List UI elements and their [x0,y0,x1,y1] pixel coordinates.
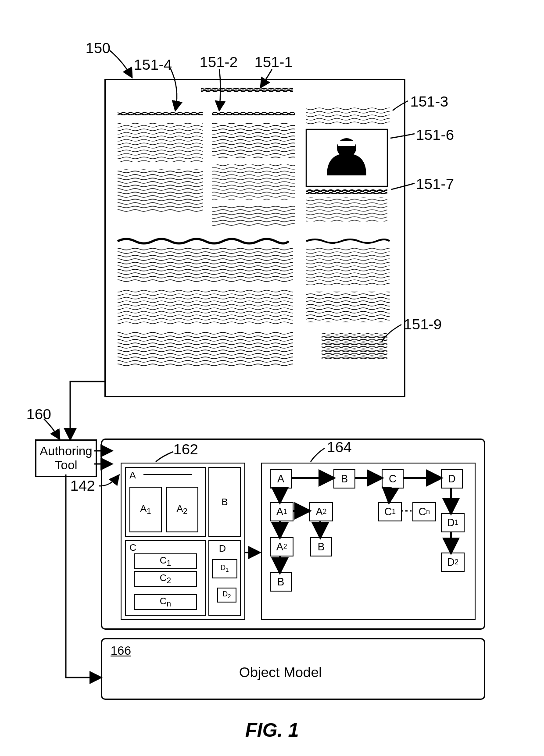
g-A: A [270,469,292,489]
g-Btop: B [333,469,355,489]
svg-rect-3 [306,107,390,125]
svg-rect-15 [118,289,293,325]
svg-rect-2 [212,112,295,115]
g-Bbot: B [270,572,292,592]
g-A1: A1 [270,502,293,521]
svg-rect-13 [306,197,387,221]
layout-D2-label: D2 [223,590,231,599]
callout-160: 160 [26,406,51,423]
callout-151-7: 151-7 [416,175,454,193]
svg-rect-12 [306,189,387,194]
callout-151-2: 151-2 [200,53,238,71]
svg-rect-18 [306,292,390,322]
layout-C1-label: C1 [160,555,171,568]
layout-Cn-label: Cn [160,596,171,609]
layout-B: B [208,467,241,537]
layout-C-label: C [129,542,136,553]
layout-C2: C2 [134,571,197,587]
svg-rect-20 [322,333,387,360]
layout-C2-label: C2 [160,572,171,585]
figure-label: FIG. 1 [0,719,544,741]
document-content-svg [104,79,403,395]
object-model-label: Object Model [239,664,322,681]
layout-A-rule [143,474,192,475]
g-Bmid: B [310,537,332,556]
g-C1: C1 [378,502,402,521]
svg-rect-17 [306,248,390,285]
g-Cn: Cn [412,502,436,521]
callout-151-1: 151-1 [254,53,293,71]
callout-151-9: 151-9 [404,316,442,333]
g-A2r: A2 [309,502,333,521]
callout-142: 142 [70,477,95,494]
svg-rect-16 [118,331,293,366]
g-D2: D2 [441,553,465,572]
svg-rect-0 [201,88,293,92]
callout-151-6: 151-6 [416,126,454,143]
svg-rect-6 [212,123,295,158]
layout-A1: A1 [129,487,162,532]
authoring-tool-box: Authoring Tool [35,439,97,477]
callout-151-3: 151-3 [410,93,448,110]
svg-rect-1 [118,112,203,115]
layout-B-label: B [222,496,228,508]
g-D: D [441,469,463,489]
g-D1: D1 [441,513,465,532]
g-A2b: A2 [270,537,293,556]
layout-C1: C1 [134,553,197,569]
layout-A1-label: A1 [140,503,151,516]
figure-canvas: 150 151-4 151-2 151-1 151-3 151-6 151-7 … [0,0,544,756]
layout-D2: D2 [217,588,236,603]
svg-rect-14 [118,248,293,283]
g-C: C [382,469,404,489]
callout-162: 162 [173,441,198,458]
layout-Cn: Cn [134,594,197,610]
svg-rect-7 [212,164,295,200]
svg-rect-4 [118,123,203,162]
callout-151-4: 151-4 [134,56,172,73]
layout-A2-label: A2 [177,503,188,516]
layout-A2: A2 [166,487,198,532]
layout-A-label: A [129,470,136,481]
callout-166: 166 [111,644,131,658]
svg-rect-11 [338,141,355,146]
layout-D-label: D [219,543,226,554]
svg-rect-8 [212,206,295,226]
layout-D1: D1 [212,559,237,578]
callout-164: 164 [327,439,352,456]
layout-D1-label: D1 [221,564,229,573]
svg-rect-5 [118,169,203,213]
callout-150: 150 [86,39,111,57]
